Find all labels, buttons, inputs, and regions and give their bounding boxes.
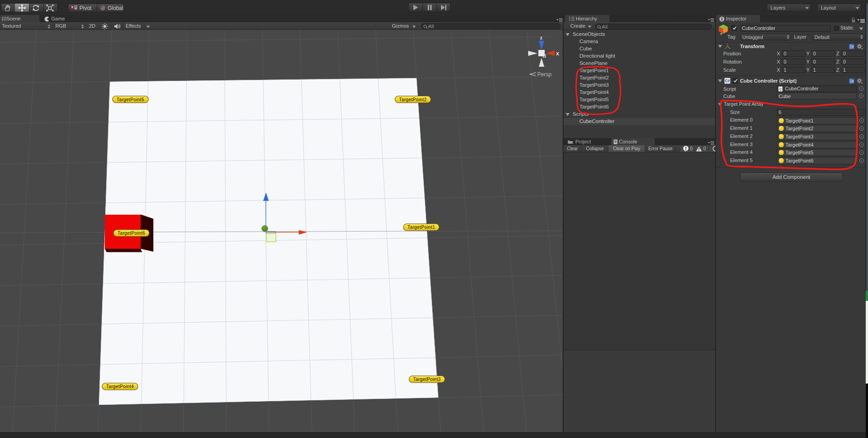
svg-text:TargetPoint3: TargetPoint3: [413, 377, 441, 382]
svg-text:TargetPoint1: TargetPoint1: [407, 225, 435, 230]
svg-text:TargetPoint5: TargetPoint5: [117, 97, 144, 102]
svg-text:Persp: Persp: [537, 71, 552, 78]
svg-text:C: C: [779, 88, 781, 91]
svg-text:TargetPoint2: TargetPoint2: [399, 97, 427, 102]
svg-text:TargetPoint4: TargetPoint4: [106, 384, 134, 389]
svg-text:?: ?: [852, 79, 854, 84]
svg-text:TargetPoint6: TargetPoint6: [118, 231, 145, 236]
svg-text:x: x: [556, 50, 559, 57]
svg-text:?: ?: [852, 45, 854, 49]
svg-text:z: z: [540, 35, 543, 40]
svg-text:C#: C#: [725, 79, 730, 83]
